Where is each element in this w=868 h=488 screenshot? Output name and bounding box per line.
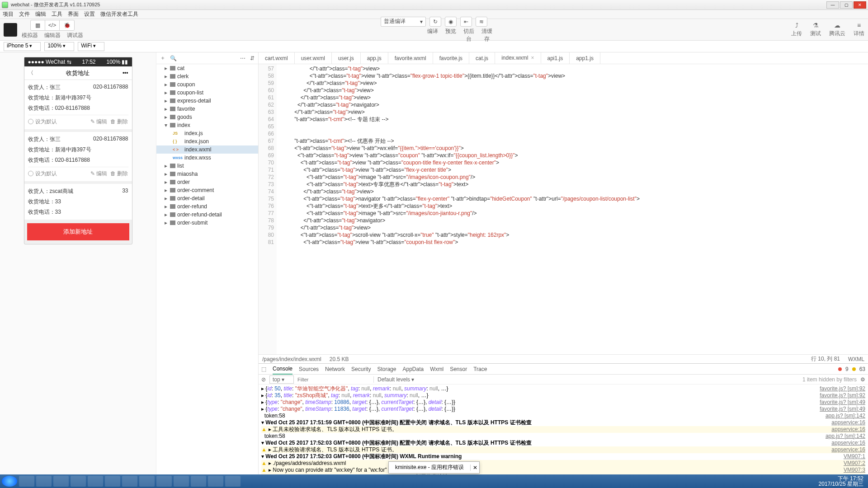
file-item[interactable]: < >index.wxml [156,145,258,154]
source-link[interactable]: favorite.js? [sm]:49 [815,406,865,413]
new-file-icon[interactable]: ＋ [160,54,165,62]
taskbar-item[interactable] [174,476,189,487]
taskbar-item[interactable] [53,476,69,487]
file-item[interactable]: JSindex.js [156,129,258,137]
folder-item[interactable]: ▸express-detail [156,97,258,105]
add-address-button[interactable]: 添加新地址 [27,223,129,240]
folder-item[interactable]: ▸cat [156,64,258,72]
devtools-tab[interactable]: Storage [377,364,396,374]
editor-tab[interactable]: user.wxml [295,52,332,64]
file-item[interactable]: { }index.json [156,137,258,145]
set-default-radio[interactable]: 设为默认 [28,118,57,126]
close-tab-icon[interactable]: × [531,55,534,61]
background-button[interactable]: ⇤ [460,17,472,27]
source-link[interactable]: VM907:2 [839,460,865,467]
folder-item[interactable]: ▸list [156,162,258,170]
mode-debug-button[interactable]: 🐞 [60,20,74,30]
edit-link[interactable]: ✎ 编辑 [90,170,107,177]
context-select[interactable]: top ▾ [269,375,294,384]
editor-tab[interactable]: app1.js [570,52,600,64]
folder-item[interactable]: ▸coupon [156,80,258,89]
menu-item[interactable]: 编辑 [35,10,46,18]
devtools-select-icon[interactable]: ⬚ [261,366,266,372]
devtools-tab[interactable]: Sources [299,364,319,374]
devtools-tab[interactable]: Network [325,364,345,374]
window-max-button[interactable]: ▢ [840,1,853,9]
taskbar-item[interactable] [88,476,103,487]
taskbar-item[interactable] [191,476,206,487]
folder-item[interactable]: ▸order-detail [156,194,258,202]
source-link[interactable]: appservice:16 [827,426,865,433]
settings-icon[interactable]: ⚙ [860,376,865,383]
taskbar-item[interactable] [208,476,223,487]
folder-item[interactable]: ▾index [156,121,258,129]
start-button[interactable] [2,476,17,487]
preview-button[interactable]: ◉ [445,17,457,27]
back-icon[interactable]: 〈 [28,69,33,77]
menu-item[interactable]: 文件 [19,10,30,18]
source-link[interactable]: app.js? [sm]:142 [821,433,865,440]
taskbar-item[interactable] [122,476,137,487]
editor-tab[interactable]: api1.js [541,52,570,64]
devtools-tab[interactable]: Console [273,364,292,375]
source-link[interactable]: appservice:16 [827,419,865,426]
zoom-select[interactable]: 100% ▾ [44,42,74,51]
toast-close-button[interactable]: ✕ [470,465,479,471]
folder-item[interactable]: ▸order-refund [156,202,258,211]
source-link[interactable]: VM907:1 [839,453,865,460]
source-link[interactable]: favorite.js? [sm]:49 [815,399,865,406]
taskbar-item[interactable] [36,476,52,487]
compile-button[interactable]: ↻ [429,17,441,27]
devtools-tab[interactable]: Trace [473,364,487,374]
search-icon[interactable]: 🔍 [170,55,177,61]
device-select[interactable]: iPhone 5 ▾ [4,42,41,51]
taskbar-item[interactable] [139,476,155,487]
mode-editor-button[interactable]: </> [45,20,60,30]
upload-button[interactable]: ⤴上传 [791,22,802,38]
more-icon[interactable]: ⋯ [240,55,245,61]
delete-link[interactable]: 🗑 删除 [110,118,128,125]
set-default-radio[interactable]: 设为默认 [28,170,57,178]
folder-item[interactable]: ▸order-comment [156,186,258,194]
folder-item[interactable]: ▸clerk [156,72,258,80]
console-filter-input[interactable] [297,377,370,382]
file-item[interactable]: wxssindex.wxss [156,154,258,162]
editor-tab[interactable]: app.js [361,52,388,64]
delete-link[interactable]: 🗑 删除 [110,170,128,177]
test-button[interactable]: ⚗测试 [810,22,821,38]
log-level-select[interactable]: Default levels ▾ [373,376,414,383]
compile-mode-select[interactable]: 普通编译▾ [381,17,426,27]
edit-link[interactable]: ✎ 编辑 [90,118,107,125]
devtools-tab[interactable]: Security [351,364,371,374]
more-icon[interactable]: ••• [123,70,128,76]
folder-item[interactable]: ▸order-submit [156,219,258,227]
folder-item[interactable]: ▸order [156,178,258,186]
folder-item[interactable]: ▸favorite [156,105,258,113]
source-link[interactable]: VM907:3 [839,467,865,474]
mode-sim-button[interactable]: ▦ [31,20,45,30]
folder-item[interactable]: ▸miaosha [156,170,258,178]
editor-tab[interactable]: favorite.wxml [388,52,433,64]
editor-tab[interactable]: favorite.js [433,52,469,64]
network-select[interactable]: WiFi ▾ [78,42,104,51]
taskbar-item[interactable] [71,476,86,487]
source-link[interactable]: favorite.js? [sm]:92 [815,385,865,392]
taskbar-item[interactable] [156,476,172,487]
menu-item[interactable]: 工具 [52,10,62,18]
window-min-button[interactable]: — [826,1,839,9]
collapse-icon[interactable]: ⇵ [250,55,255,61]
menu-item[interactable]: 设置 [84,10,95,18]
window-close-button[interactable]: ✕ [854,1,866,9]
menu-item[interactable]: 微信开发者工具 [100,10,138,18]
taskbar-item[interactable] [19,476,34,487]
editor-tab[interactable]: user.js [332,52,361,64]
menu-item[interactable]: 界面 [68,10,79,18]
menu-item[interactable]: 项目 [3,10,14,18]
source-link[interactable]: appservice:16 [827,440,865,446]
devtools-tab[interactable]: Sensor [450,364,467,374]
cloud-button[interactable]: ☁腾讯云 [829,22,845,38]
editor-tab[interactable]: cart.wxml [259,52,295,64]
source-link[interactable]: favorite.js? [sm]:92 [815,392,865,399]
devtools-tab[interactable]: Wxml [430,364,443,374]
taskbar-item[interactable] [225,476,241,487]
